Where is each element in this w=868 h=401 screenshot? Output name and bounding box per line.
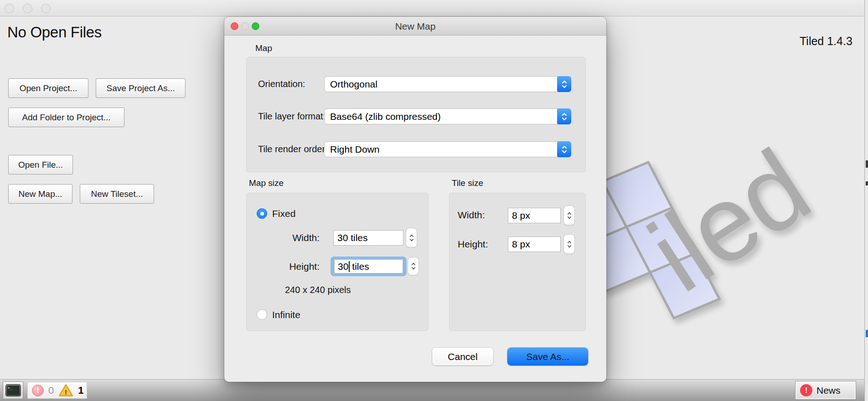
traffic-light-close-icon[interactable]: [5, 4, 14, 13]
open-project-button[interactable]: Open Project...: [8, 78, 88, 98]
terminal-icon: >_: [5, 384, 21, 396]
background-window-edge: [864, 0, 868, 401]
combobox-chevrons-icon: [557, 141, 571, 157]
traffic-light-minimize-icon[interactable]: [23, 4, 32, 13]
tile-layer-format-select[interactable]: Base64 (zlib compressed): [324, 108, 571, 124]
orientation-label: Orientation:: [258, 76, 305, 92]
tile-height-label: Height:: [458, 236, 488, 252]
new-tileset-button[interactable]: New Tileset...: [80, 184, 154, 204]
fixed-radio-label: Fixed: [272, 208, 295, 219]
new-map-dialog: New Map Map Orientation: Orthogonal Tile…: [224, 17, 606, 382]
tile-width-input[interactable]: 8 px: [508, 208, 561, 223]
version-label: Tiled 1.4.3: [800, 35, 852, 48]
map-height-label: Height:: [256, 257, 320, 276]
tile-width-label: Width:: [458, 207, 485, 223]
map-group-box: Orientation: Orthogonal Tile layer forma…: [246, 57, 586, 172]
text-cursor: [349, 261, 350, 272]
error-count: 0: [48, 385, 54, 396]
fixed-radio[interactable]: [257, 208, 267, 219]
orientation-value: Orthogonal: [325, 77, 377, 92]
map-height-stepper[interactable]: [408, 257, 418, 275]
combobox-chevrons-icon: [557, 108, 571, 124]
tile-size-group-label: Tile size: [452, 178, 483, 188]
infinite-radio-label: Infinite: [272, 309, 300, 320]
terminal-screen: >_: [7, 386, 20, 395]
warning-icon: !: [58, 384, 73, 397]
add-folder-to-project-button[interactable]: Add Folder to Project...: [8, 108, 124, 127]
tile-layer-format-value: Base64 (zlib compressed): [325, 109, 441, 124]
map-group-label: Map: [255, 43, 272, 53]
background-window-fragment: [866, 181, 868, 185]
dialog-title: New Map: [224, 17, 606, 36]
save-project-as-button[interactable]: Save Project As...: [96, 78, 186, 98]
dialog-titlebar[interactable]: New Map: [224, 17, 606, 36]
background-window-fragment: [866, 160, 868, 168]
map-width-value: 30 tiles: [337, 232, 368, 243]
news-button[interactable]: ! News: [795, 381, 856, 400]
tile-width-value: 8 px: [512, 210, 530, 221]
tile-height-stepper[interactable]: [564, 235, 574, 253]
status-bar: >_ ! 0 ! 1 ! News: [0, 379, 864, 401]
warning-glyph: !: [65, 388, 67, 396]
screen: No Open Files Tiled 1.4.3 Open Project..…: [0, 0, 868, 401]
page-title: No Open Files: [7, 24, 102, 41]
issues-panel[interactable]: ! 0 ! 1: [27, 382, 87, 399]
tile-width-stepper[interactable]: [564, 206, 574, 225]
tile-render-order-value: Right Down: [325, 142, 380, 157]
tile-size-group-box: Width: 8 px Height: 8 px: [449, 193, 586, 331]
orientation-select[interactable]: Orthogonal: [324, 76, 571, 92]
save-as-button[interactable]: Save As...: [507, 348, 588, 365]
map-height-input[interactable]: 30 tiles: [334, 259, 403, 273]
new-map-button[interactable]: New Map...: [8, 184, 72, 204]
news-button-label: News: [816, 385, 841, 396]
news-alert-icon: !: [800, 384, 812, 396]
tile-height-value: 8 px: [512, 239, 530, 250]
tile-height-input[interactable]: 8 px: [508, 236, 561, 252]
main-window-titlebar[interactable]: [0, 0, 864, 16]
tile-render-order-select[interactable]: Right Down: [324, 141, 571, 157]
tile-layer-format-label: Tile layer format:: [258, 108, 326, 124]
console-button[interactable]: >_: [3, 381, 23, 399]
map-height-unit: tiles: [352, 261, 369, 272]
warning-count: 1: [78, 385, 83, 396]
infinite-radio[interactable]: [257, 309, 267, 320]
map-width-stepper[interactable]: [406, 228, 417, 247]
map-width-label: Width:: [256, 230, 320, 246]
map-size-group-label: Map size: [249, 178, 284, 188]
pixel-size-summary: 240 x 240 pixels: [285, 285, 351, 295]
traffic-light-zoom-icon[interactable]: [41, 4, 51, 13]
map-height-value: 30: [338, 261, 348, 272]
map-size-group-box: Fixed Width: 30 tiles Height: 30 tiles 2…: [246, 193, 429, 331]
open-file-button[interactable]: Open File...: [8, 155, 73, 175]
map-width-input[interactable]: 30 tiles: [333, 230, 403, 246]
error-icon: !: [32, 385, 44, 396]
combobox-chevrons-icon: [557, 76, 571, 92]
map-height-focus-ring: 30 tiles: [331, 257, 407, 276]
tile-render-order-label: Tile render order:: [258, 141, 328, 157]
cancel-button[interactable]: Cancel: [432, 348, 493, 365]
background-window-fragment: [866, 330, 868, 337]
